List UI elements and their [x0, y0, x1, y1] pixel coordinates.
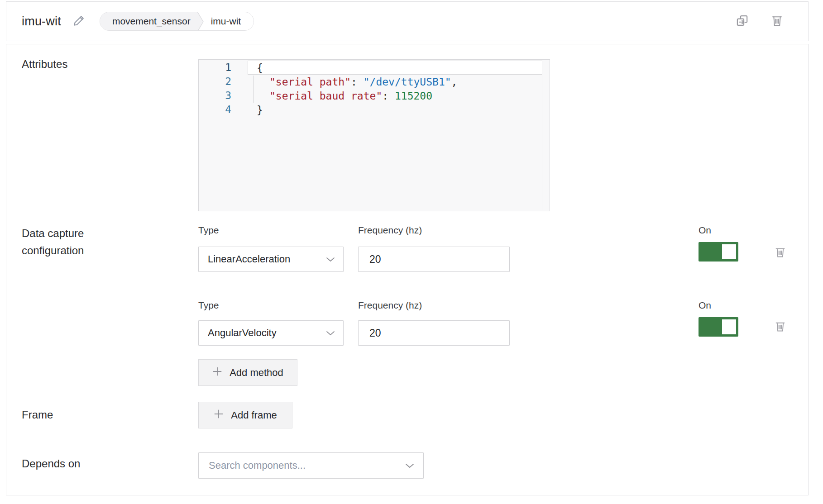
- trash-icon: [770, 14, 784, 29]
- code-token-brace: {: [257, 62, 263, 74]
- delete-capture-method-button[interactable]: [774, 320, 786, 334]
- toggle-on-label: On: [699, 225, 711, 236]
- code-line: 4 }: [199, 103, 550, 117]
- duplicate-icon: [736, 14, 750, 29]
- depends-on-select[interactable]: [198, 452, 424, 479]
- breadcrumb-item-name: imu-wit: [205, 12, 254, 30]
- code-line: 3 "serial_baud_rate": 115200: [199, 89, 550, 103]
- frequency-input[interactable]: [359, 321, 509, 345]
- add-method-label: Add method: [230, 367, 283, 379]
- trash-icon: [774, 320, 786, 334]
- delete-component-button[interactable]: [770, 14, 784, 29]
- plus-icon: [212, 366, 222, 379]
- chevron-down-icon: [326, 253, 335, 265]
- code-token-number-value: 115200: [395, 90, 432, 102]
- chevron-right-icon: [197, 12, 205, 31]
- add-method-button[interactable]: Add method: [198, 359, 297, 386]
- data-capture-row: Type AngularVelocity Frequency (hz) On: [198, 300, 815, 350]
- add-frame-label: Add frame: [231, 409, 277, 421]
- chevron-down-icon: [326, 327, 335, 339]
- code-line: 1 {: [199, 61, 550, 75]
- frequency-label: Frequency (hz): [358, 225, 422, 236]
- toggle-on-label: On: [699, 300, 711, 311]
- breadcrumb-item-type: movement_sensor: [100, 12, 197, 30]
- component-header: imu-wit movement_sensor imu-wit: [6, 1, 809, 41]
- capture-toggle[interactable]: [699, 242, 738, 262]
- row-divider: [198, 288, 809, 288]
- code-token-colon: :: [351, 76, 364, 88]
- attributes-code-editor[interactable]: 1 { 2 "serial_path": "/dev/ttyUSB1", 3 "…: [198, 59, 550, 211]
- chevron-down-icon: [405, 460, 414, 471]
- edit-name-button[interactable]: [73, 14, 85, 28]
- duplicate-button[interactable]: [736, 14, 750, 29]
- code-token-string-value: "/dev/ttyUSB1": [364, 76, 451, 88]
- editor-scrollbar[interactable]: [542, 60, 542, 210]
- code-token-colon: :: [382, 90, 395, 102]
- plus-icon: [214, 409, 224, 422]
- code-token-brace: }: [257, 104, 263, 116]
- attributes-label: Attributes: [22, 56, 67, 73]
- frame-label: Frame: [22, 406, 53, 423]
- data-capture-row: Type LinearAcceleration Frequency (hz) O…: [198, 225, 815, 275]
- frequency-field: [358, 320, 510, 346]
- header-actions: [736, 14, 784, 29]
- capture-toggle[interactable]: [699, 317, 738, 337]
- type-select[interactable]: LinearAcceleration: [198, 247, 344, 272]
- line-number: 2: [199, 75, 248, 89]
- line-number: 4: [199, 103, 248, 117]
- frequency-field: [358, 247, 510, 272]
- type-select-value: LinearAcceleration: [208, 253, 290, 265]
- add-frame-button[interactable]: Add frame: [198, 402, 292, 428]
- code-token-comma: ,: [451, 76, 458, 88]
- data-capture-label: Data capture configuration: [22, 225, 84, 259]
- depends-on-label: Depends on: [22, 455, 80, 472]
- trash-icon: [774, 246, 786, 260]
- frequency-input[interactable]: [359, 247, 509, 271]
- breadcrumb: movement_sensor imu-wit: [100, 12, 254, 31]
- frequency-label: Frequency (hz): [358, 300, 422, 311]
- toggle-knob: [722, 319, 736, 334]
- pencil-icon: [73, 14, 85, 28]
- type-label: Type: [198, 300, 219, 311]
- component-config-body: Attributes 1 { 2 "serial_path": "/dev/tt…: [6, 44, 809, 495]
- component-config-page: { "header": { "title": "imu-wit", "bread…: [0, 0, 823, 504]
- code-token-key: "serial_path": [269, 76, 351, 88]
- type-select[interactable]: AngularVelocity: [198, 320, 344, 346]
- code-line: 2 "serial_path": "/dev/ttyUSB1",: [199, 75, 550, 89]
- type-select-value: AngularVelocity: [208, 327, 277, 339]
- code-token-key: "serial_baud_rate": [269, 90, 382, 102]
- delete-capture-method-button[interactable]: [774, 246, 786, 260]
- component-title: imu-wit: [22, 14, 61, 29]
- line-number: 1: [199, 61, 248, 75]
- depends-on-search-input[interactable]: [199, 453, 405, 478]
- type-label: Type: [198, 225, 219, 236]
- indent-guide: [253, 76, 254, 103]
- line-number: 3: [199, 89, 248, 103]
- toggle-knob: [722, 244, 736, 259]
